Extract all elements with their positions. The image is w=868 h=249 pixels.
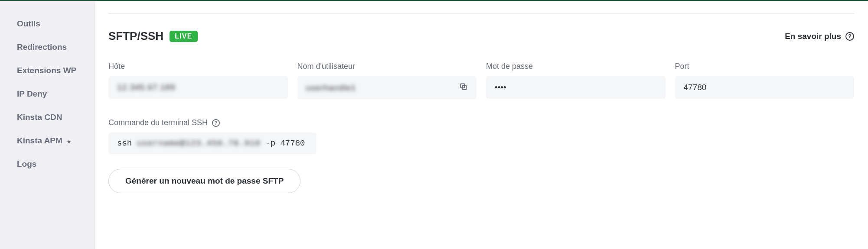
ssh-suffix: -p 47780 — [261, 139, 305, 148]
sidebar-item-label: Kinsta CDN — [17, 113, 62, 122]
sidebar-item-outils[interactable]: Outils — [0, 12, 94, 36]
sidebar-item-label: Extensions WP — [17, 66, 76, 75]
sidebar-item-ip-deny[interactable]: IP Deny — [0, 82, 94, 106]
help-icon: ? — [845, 32, 854, 41]
port-value: 47780 — [684, 83, 707, 92]
sidebar-item-label: Logs — [17, 159, 36, 169]
host-value: 12.345.67.189 — [117, 83, 176, 92]
top-divider — [108, 1, 854, 14]
field-username: Nom d'utilisateur userhandle1 — [297, 62, 477, 99]
sidebar-item-kinsta-cdn[interactable]: Kinsta CDN — [0, 106, 94, 129]
ssh-command-box[interactable]: ssh username@123.456.78.910 -p 47780 — [108, 133, 317, 154]
tag-icon — [66, 138, 72, 144]
sidebar-item-logs[interactable]: Logs — [0, 152, 94, 176]
field-value-box[interactable]: userhandle1 — [297, 76, 477, 99]
learn-more-label: En savoir plus — [785, 32, 841, 41]
section-header: SFTP/SSH LIVE En savoir plus ? — [108, 29, 854, 43]
sidebar-item-extensions-wp[interactable]: Extensions WP — [0, 59, 94, 82]
sidebar: Outils Redirections Extensions WP IP Den… — [0, 1, 95, 249]
field-label: Port — [675, 62, 855, 71]
live-badge: LIVE — [170, 31, 197, 42]
ssh-prefix: ssh — [117, 139, 137, 148]
field-value-box[interactable]: 47780 — [675, 76, 855, 99]
password-value: •••• — [495, 83, 506, 92]
field-port: Port 47780 — [675, 62, 855, 99]
credentials-row: Hôte 12.345.67.189 Nom d'utilisateur use… — [108, 62, 854, 99]
sidebar-item-kinsta-apm[interactable]: Kinsta APM — [0, 129, 94, 152]
sidebar-item-label: Redirections — [17, 42, 67, 52]
sidebar-item-label: Kinsta APM — [17, 136, 62, 146]
main-content: SFTP/SSH LIVE En savoir plus ? Hôte 12.3… — [95, 1, 868, 249]
username-value: userhandle1 — [306, 83, 356, 93]
learn-more-link[interactable]: En savoir plus ? — [785, 32, 854, 41]
field-label: Mot de passe — [486, 62, 666, 71]
sidebar-item-label: IP Deny — [17, 89, 47, 99]
field-value-box[interactable]: •••• — [486, 76, 666, 99]
generate-password-button[interactable]: Générer un nouveau mot de passe SFTP — [108, 169, 300, 193]
field-label: Hôte — [108, 62, 288, 71]
ssh-section: Commande du terminal SSH ? ssh username@… — [108, 118, 854, 154]
field-value-box[interactable]: 12.345.67.189 — [108, 76, 288, 99]
sidebar-item-redirections[interactable]: Redirections — [0, 36, 94, 59]
copy-icon[interactable] — [459, 82, 468, 93]
help-icon[interactable]: ? — [212, 119, 220, 127]
field-password: Mot de passe •••• — [486, 62, 666, 99]
section-header-left: SFTP/SSH LIVE — [108, 29, 198, 43]
field-label: Nom d'utilisateur — [297, 62, 477, 71]
sidebar-item-label: Outils — [17, 19, 40, 29]
ssh-label-row: Commande du terminal SSH ? — [108, 118, 854, 127]
ssh-label: Commande du terminal SSH — [108, 118, 208, 127]
section-title: SFTP/SSH — [108, 29, 163, 43]
field-host: Hôte 12.345.67.189 — [108, 62, 288, 99]
ssh-redacted: username@123.456.78.910 — [137, 139, 261, 148]
